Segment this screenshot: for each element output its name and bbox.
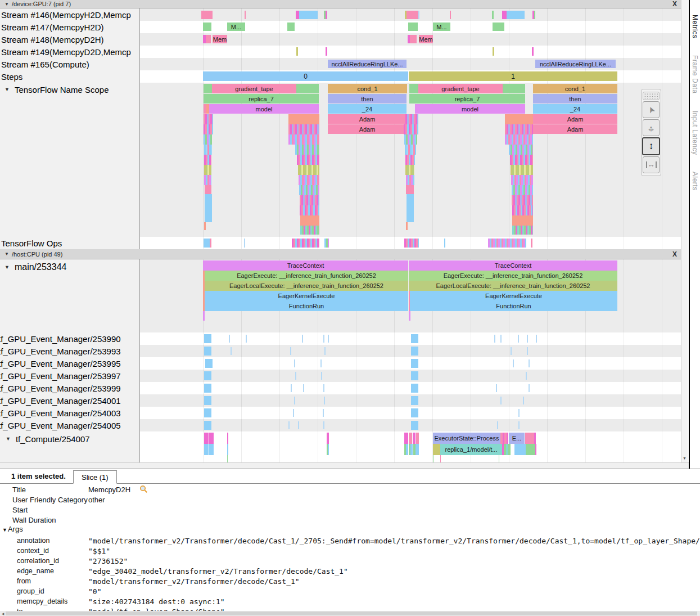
vertical-scrollbar[interactable]: ▼ xyxy=(681,0,688,462)
gpu-process-header[interactable]: ▼ /device:GPU:7 (pid 7) X xyxy=(0,0,681,8)
arg-row-correlation-id: correlation_id"2736152" xyxy=(0,556,700,566)
track-label-text: tf_GPU_Event_Manager/254003 xyxy=(0,408,121,418)
args-section-header[interactable]: ▼Args xyxy=(2,525,23,533)
track-label-tf-gpu-event-manager-253997: tf_GPU_Event_Manager/253997 xyxy=(0,370,139,382)
track-label-text: tf_GPU_Event_Manager/253997 xyxy=(0,371,121,381)
arg-value: "$$1" xyxy=(88,547,110,555)
track-label-text: Stream #165(Compute) xyxy=(1,60,89,69)
detail-field-name: Start xyxy=(12,506,28,514)
track-label-text: TensorFlow Name Scope xyxy=(15,85,109,95)
track-label-tensorflow-ops: TensorFlow Ops xyxy=(0,237,139,249)
selection-status-text: 1 item selected. xyxy=(11,472,66,480)
arg-value: "0" xyxy=(88,587,101,596)
side-tab-frame-data[interactable]: Frame Data xyxy=(691,55,699,93)
arg-name: from xyxy=(17,577,31,585)
cursor-arrow-icon: ➤ xyxy=(646,105,656,114)
track-label-stream-149-memcpyd2d-memcp: Stream #149(MemcpyD2D,Memcp xyxy=(0,46,139,58)
side-tab-input-latency[interactable]: Input Latency xyxy=(691,111,699,155)
arg-name: edge_name xyxy=(17,567,54,575)
track-label-steps: Steps xyxy=(0,70,139,83)
track-label-main-253344[interactable]: ▼main/253344 xyxy=(0,260,139,274)
trace-viewer: M...M...MemMemncclAllReduceRingLLKe...nc… xyxy=(0,0,700,616)
timeline-bottom-strip xyxy=(0,462,689,469)
track-label-text: tf_GPU_Event_Manager/254001 xyxy=(0,396,121,406)
detail-field-name: User Friendly Category xyxy=(12,496,88,504)
track-label-text: main/253344 xyxy=(15,262,67,272)
track-label-stream-147-memcpyh2d: Stream #147(MemcpyH2D) xyxy=(0,21,139,33)
horizontal-scrollbar-thumb[interactable] xyxy=(6,611,697,615)
arg-row-context-id: context_id"$$1" xyxy=(0,546,700,556)
args-section-label: Args xyxy=(8,525,23,533)
collapse-arrow-icon[interactable]: ▼ xyxy=(6,436,11,442)
zoom-tool-button[interactable]: ↕ xyxy=(642,137,660,155)
track-label-tf-gpu-event-manager-254001: tf_GPU_Event_Manager/254001 xyxy=(0,394,139,407)
detail-row-user-friendly-category: User Friendly Categoryother xyxy=(0,494,700,505)
detail-field-name: Wall Duration xyxy=(12,516,56,524)
timing-tool-button[interactable]: ↔ xyxy=(643,156,660,173)
detail-row-title: TitleMemcpyD2H xyxy=(0,484,700,494)
cpu-process-header[interactable]: ▼ /host:CPU (pid 49) X xyxy=(0,249,681,259)
arg-value: "2736152" xyxy=(88,557,128,565)
pan-arrows-icon: ↕ xyxy=(643,120,659,136)
track-label-text: Steps xyxy=(1,72,22,82)
track-label-tensorflow-name-scope[interactable]: ▼TensorFlow Name Scope xyxy=(0,83,139,96)
scroll-down-arrow-icon[interactable]: ▼ xyxy=(683,456,687,460)
arg-value: "model/transformer_v2/Transformer/decode… xyxy=(88,537,700,545)
arg-row-memcpy-details: memcpy_details"size:402743184 dest:0 asy… xyxy=(0,596,700,606)
mode-tool-palette: ➤↔↕↕↔ xyxy=(641,89,661,176)
track-label-stream-165-compute: Stream #165(Compute) xyxy=(0,58,139,70)
right-sidebar-tabs: MetricsFrame DataInput LatencyAlerts xyxy=(689,0,700,469)
magnifier-icon[interactable] xyxy=(139,485,148,494)
track-label-tf-gpu-event-manager-253999: tf_GPU_Event_Manager/253999 xyxy=(0,382,139,394)
track-label-text: tf_GPU_Event_Manager/254005 xyxy=(0,421,121,430)
track-label-text: Stream #146(MemcpyH2D,Memcp xyxy=(1,10,131,20)
selection-details-panel: 1 item selected. Slice (1) TitleMemcpyD2… xyxy=(0,469,700,611)
collapse-arrow-icon[interactable]: ▼ xyxy=(4,87,10,92)
arg-name: context_id xyxy=(17,547,49,555)
arg-name: annotation xyxy=(17,537,49,545)
selection-tool-button[interactable]: ➤ xyxy=(643,101,660,118)
timing-range-icon: ↔ xyxy=(646,161,657,168)
track-label-text: TensorFlow Ops xyxy=(1,239,62,248)
track-label-text: tf_GPU_Event_Manager/253995 xyxy=(0,359,121,368)
arg-row-annotation: annotation"model/transformer_v2/Transfor… xyxy=(0,536,700,546)
cpu-process-title: /host:CPU (pid 49) xyxy=(12,251,62,258)
side-tab-metrics[interactable]: Metrics xyxy=(691,15,699,38)
track-label-text: Stream #147(MemcpyH2D) xyxy=(1,23,104,32)
details-tab-bar: 1 item selected. Slice (1) xyxy=(0,469,700,484)
detail-field-name: Title xyxy=(12,485,26,494)
horizontal-scrollbar[interactable]: ◀ xyxy=(0,611,700,616)
track-label-stream-146-memcpyh2d-memcp: Stream #146(MemcpyH2D,Memcp xyxy=(0,8,139,21)
arg-row-group-id: group_id"0" xyxy=(0,586,700,596)
detail-field-value: other xyxy=(88,496,105,504)
track-label-text: tf_GPU_Event_Manager/253999 xyxy=(0,384,121,393)
track-label-tf-compute-254007[interactable]: ▼tf_Compute/254007 xyxy=(0,433,139,445)
close-gpu-panel-button[interactable]: X xyxy=(672,0,677,8)
track-label-text: tf_GPU_Event_Manager/253993 xyxy=(0,347,121,356)
gpu-process-title: /device:GPU:7 (pid 7) xyxy=(12,1,71,7)
track-label-text: tf_Compute/254007 xyxy=(16,434,90,444)
track-label-tf-gpu-event-manager-253995: tf_GPU_Event_Manager/253995 xyxy=(0,357,139,370)
track-label-tf-gpu-event-manager-253993: tf_GPU_Event_Manager/253993 xyxy=(0,345,139,357)
drag-handle[interactable] xyxy=(643,92,660,100)
tab-slice[interactable]: Slice (1) xyxy=(73,470,117,484)
arg-name: memcpy_details xyxy=(17,597,67,605)
detail-row-start: Start xyxy=(0,505,700,515)
pan-tool-button[interactable]: ↔↕ xyxy=(643,119,660,136)
collapse-arrow-icon[interactable]: ▼ xyxy=(4,251,9,257)
arg-value: "size:402743184 dest:0 async:1" xyxy=(88,597,225,606)
collapse-arrow-icon[interactable]: ▼ xyxy=(4,264,10,270)
scroll-left-arrow-icon[interactable]: ◀ xyxy=(0,611,6,616)
track-label-tf-gpu-event-manager-254005: tf_GPU_Event_Manager/254005 xyxy=(0,419,139,431)
close-cpu-panel-button[interactable]: X xyxy=(672,250,677,258)
side-tab-alerts[interactable]: Alerts xyxy=(691,172,699,191)
arg-name: correlation_id xyxy=(17,557,59,565)
collapse-arrow-icon[interactable]: ▼ xyxy=(4,2,9,7)
track-label-stream-148-memcpyd2h: Stream #148(MemcpyD2H) xyxy=(0,33,139,46)
track-label-text: Stream #149(MemcpyD2D,Memcp xyxy=(1,47,131,57)
collapse-arrow-icon[interactable]: ▼ xyxy=(2,527,7,533)
track-label-tf-gpu-event-manager-254003: tf_GPU_Event_Manager/254003 xyxy=(0,407,139,419)
track-label-tf-gpu-event-manager-253990: tf_GPU_Event_Manager/253990 xyxy=(0,332,139,345)
arg-row-edge-name: edge_name"edge_30402_model/transformer_v… xyxy=(0,566,700,576)
arg-name: group_id xyxy=(17,587,44,595)
